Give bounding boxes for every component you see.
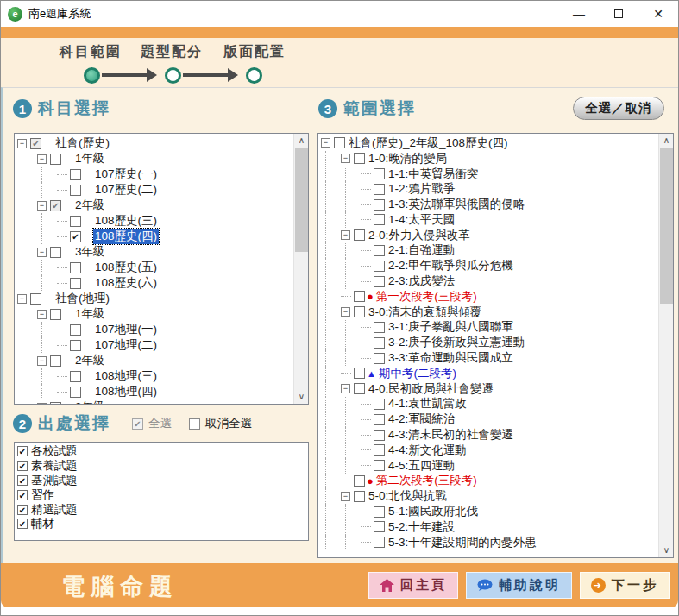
tree-item-label[interactable]: 2-0:外力入侵與改革 — [367, 228, 472, 243]
tree-item[interactable]: −5-0:北伐與抗戰 — [321, 488, 657, 504]
tree-item[interactable]: 108歷史(三) — [17, 213, 292, 229]
source-checkbox[interactable]: ✔ — [17, 475, 28, 486]
tree-item-label[interactable]: 107地理(二) — [93, 337, 159, 353]
tree-checkbox[interactable] — [374, 245, 385, 256]
next-button[interactable]: ➜ 下一步 — [580, 572, 670, 599]
tree-checkbox[interactable] — [374, 537, 385, 548]
tree-item[interactable]: 4-3:清末民初的社會變遷 — [321, 427, 657, 443]
tree-item[interactable]: 108地理(四) — [17, 384, 292, 399]
tree-item[interactable]: −2年級 — [17, 353, 292, 368]
tree-item-label[interactable]: 108歷史(六) — [93, 275, 159, 291]
tree-checkbox[interactable] — [354, 368, 365, 379]
tree-item-label[interactable]: 3-3:革命運動與民國成立 — [387, 350, 515, 366]
expand-collapse-icon[interactable]: − — [37, 403, 47, 405]
tree-item[interactable]: ✔108歷史(四) — [17, 229, 292, 244]
tree-item-label[interactable]: 2-3:戊戌變法 — [387, 273, 456, 289]
tree-item[interactable]: 2-2:甲午戰爭與瓜分危機 — [321, 258, 657, 273]
tree-item[interactable]: ●第二次段考(三段考) — [321, 474, 657, 489]
tree-checkbox[interactable] — [374, 168, 385, 179]
tree-item-label[interactable]: 2-1:自強運動 — [387, 242, 456, 258]
tree-item-label[interactable]: 108地理(三) — [93, 368, 159, 384]
tree-checkbox[interactable] — [374, 506, 385, 518]
tree-item[interactable]: 4-4:新文化運動 — [321, 443, 657, 458]
deselect-all-checkbox[interactable] — [189, 418, 200, 430]
minimize-button[interactable]: — — [559, 1, 599, 27]
tree-item-label[interactable]: 5-3:十年建設期間的內憂外患 — [387, 535, 538, 550]
range-tree-scrollbar[interactable]: ∧ ∨ — [658, 134, 673, 557]
tree-checkbox[interactable] — [70, 185, 81, 196]
subject-tree-scrollbar[interactable]: ∧ ∨ — [293, 134, 308, 404]
tree-item[interactable]: ▲期中考(二段考) — [321, 366, 657, 381]
tree-item-label[interactable]: 108歷史(三) — [93, 213, 159, 229]
tree-item-label[interactable]: 4-0:民初政局與社會變遷 — [367, 381, 495, 397]
tree-item-label[interactable]: 第一次段考(三段考) — [374, 289, 479, 305]
tree-item-label[interactable]: 2年級 — [73, 353, 107, 368]
step-circle-1-active[interactable] — [84, 67, 100, 84]
tree-item-label[interactable]: 4-3:清末民初的社會變遷 — [387, 427, 515, 443]
tree-item[interactable]: 1-3:英法聯軍與俄國的侵略 — [321, 197, 657, 212]
tree-item[interactable]: 2-1:自強運動 — [321, 243, 657, 259]
tree-item-label[interactable]: 108歷史(四) — [93, 229, 159, 244]
source-list-item[interactable]: ✔習作 — [15, 487, 308, 502]
scroll-up-icon[interactable]: ∧ — [659, 134, 674, 148]
tree-item[interactable]: 1-1:中英貿易衝突 — [321, 167, 657, 182]
tree-checkbox[interactable] — [50, 154, 61, 165]
tree-checkbox[interactable] — [354, 306, 365, 317]
source-list-item[interactable]: ✔素養試題 — [15, 459, 308, 474]
source-list-item[interactable]: ✔各校試題 — [15, 444, 308, 459]
tree-checkbox[interactable] — [374, 444, 385, 456]
tree-item[interactable]: 4-1:袁世凱當政 — [321, 397, 657, 412]
tree-item[interactable]: 107地理(二) — [17, 337, 292, 353]
tree-item-label[interactable]: 社會(地理) — [53, 291, 111, 306]
source-list-item[interactable]: ✔基測試題 — [15, 474, 308, 488]
tree-checkbox[interactable] — [374, 322, 385, 333]
tree-item[interactable]: −1-0:晚清的變局 — [321, 151, 657, 167]
tree-item[interactable]: ●第一次段考(三段考) — [321, 289, 657, 305]
tree-item[interactable]: 108歷史(六) — [17, 275, 292, 291]
tree-checkbox[interactable] — [374, 399, 385, 410]
tree-item-label[interactable]: 社會(歷史)_2年級_108歷史(四) — [347, 135, 510, 151]
tree-item[interactable]: 3-3:革命運動與民國成立 — [321, 350, 657, 366]
tree-item-label[interactable]: 108地理(四) — [93, 384, 159, 399]
tree-item-label[interactable]: 4-5:五四運動 — [387, 458, 456, 474]
tree-checkbox[interactable] — [374, 353, 385, 364]
tree-item[interactable]: 108歷史(五) — [17, 260, 292, 275]
tree-item[interactable]: 2-3:戊戌變法 — [321, 273, 657, 289]
tree-checkbox[interactable] — [374, 276, 385, 287]
tree-checkbox[interactable] — [354, 491, 365, 502]
tree-item[interactable]: −1年級 — [17, 306, 292, 322]
tree-item[interactable]: −社會(地理) — [17, 291, 292, 306]
home-button[interactable]: 回主頁 — [368, 572, 458, 599]
tree-item-label[interactable]: 3年級 — [73, 244, 107, 260]
scrollbar-thumb[interactable] — [660, 148, 673, 304]
expand-collapse-icon[interactable]: − — [17, 139, 27, 148]
tree-item-label[interactable]: 3-0:清末的衰頹與傾覆 — [367, 305, 483, 320]
tree-item[interactable]: 108地理(三) — [17, 368, 292, 384]
source-checkbox[interactable]: ✔ — [17, 490, 28, 500]
tree-item[interactable]: 5-1:國民政府北伐 — [321, 504, 657, 519]
expand-collapse-icon[interactable]: − — [37, 154, 47, 164]
tree-checkbox[interactable] — [354, 383, 365, 394]
tree-item[interactable]: 107地理(一) — [17, 322, 292, 337]
tree-item[interactable]: 1-4:太平天國 — [321, 212, 657, 228]
expand-collapse-icon[interactable]: − — [341, 230, 350, 240]
tree-checkbox[interactable] — [70, 371, 81, 382]
tree-checkbox[interactable] — [374, 184, 385, 195]
expand-collapse-icon[interactable]: − — [37, 201, 47, 211]
tree-item[interactable]: 107歷史(一) — [17, 167, 292, 182]
tree-item-label[interactable]: 107地理(一) — [93, 322, 159, 337]
tree-item-label[interactable]: 5-2:十年建設 — [387, 519, 456, 535]
tree-checkbox[interactable]: ✔ — [50, 200, 61, 211]
tree-checkbox[interactable] — [374, 337, 385, 349]
tree-item-label[interactable]: 期中考(二段考) — [377, 366, 458, 381]
close-button[interactable]: ✕ — [638, 1, 678, 27]
tree-item-label[interactable]: 2年級 — [73, 198, 107, 213]
tree-checkbox[interactable] — [354, 153, 365, 164]
tree-item-label[interactable]: 2-2:甲午戰爭與瓜分危機 — [387, 258, 515, 273]
tree-checkbox[interactable] — [50, 355, 61, 367]
expand-collapse-icon[interactable]: − — [37, 356, 47, 366]
tree-item-label[interactable]: 3-2:庚子後新政與立憲運動 — [387, 335, 526, 350]
tree-item[interactable]: 3-2:庚子後新政與立憲運動 — [321, 335, 657, 350]
tree-item-label[interactable]: 107歷史(二) — [93, 182, 159, 198]
expand-collapse-icon[interactable]: − — [341, 307, 350, 317]
